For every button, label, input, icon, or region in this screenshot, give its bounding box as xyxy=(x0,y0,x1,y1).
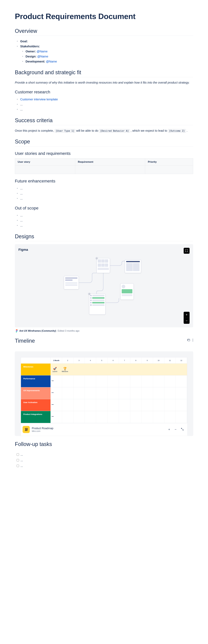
roadmap-row-label: Product Integrations xyxy=(21,411,51,423)
milestone-trophy: 🏆Milestone xyxy=(62,367,68,372)
roadmap-row: Milestones🚀Launch🏆Milestone xyxy=(21,364,187,376)
column-priority: Priority xyxy=(145,158,193,166)
heading-user-stories: User stories and requirements xyxy=(15,151,193,156)
miro-embed[interactable]: 1 Month23456789101112 Milestones🚀Launch🏆… xyxy=(15,352,193,436)
task-checkbox[interactable] xyxy=(17,465,19,467)
list-item: Goal: xyxy=(20,39,193,44)
label-goal: Goal: xyxy=(20,40,28,43)
month-label: 10 xyxy=(153,358,164,364)
table-user-stories: User story Requirement Priority xyxy=(15,158,193,174)
miro-zoom-in-button[interactable]: + xyxy=(168,428,170,432)
month-label: 11 xyxy=(164,358,176,364)
bar-handle[interactable] xyxy=(52,381,54,382)
task-item: ... xyxy=(15,463,193,469)
list-item: ... xyxy=(20,102,193,107)
task-checkbox[interactable] xyxy=(17,459,19,462)
month-label: 8 xyxy=(130,358,142,364)
hint-background: Provide a short summary of why this init… xyxy=(15,80,193,85)
figma-embed[interactable]: Figma 1 xyxy=(15,244,193,327)
heading-background: Background and strategic fit xyxy=(15,69,193,77)
heading-out-of-scope: Out of scope xyxy=(15,206,193,210)
figma-file-name[interactable]: Ant UX Wireframes (Community) xyxy=(19,330,56,332)
roadmap-row-label: Performance xyxy=(21,376,51,387)
miro-board-title[interactable]: Product Roadmap xyxy=(32,427,53,430)
heading-designs: Designs xyxy=(15,233,193,241)
roadmap-track xyxy=(51,387,187,399)
task-checkbox[interactable] xyxy=(17,454,19,456)
month-label: 6 xyxy=(108,358,119,364)
milestone-launch: 🚀Launch xyxy=(53,367,57,372)
heading-timeline: Timeline xyxy=(15,338,187,346)
roadmap-row: Product Integrations xyxy=(21,411,187,423)
label-stakeholders: Stakeholders: xyxy=(20,45,40,48)
zoom-controls: + − xyxy=(184,312,189,324)
list-item: Design: @Name xyxy=(26,54,193,59)
task-item: ... xyxy=(15,458,193,463)
month-label: 12 xyxy=(176,358,187,364)
svg-point-3 xyxy=(192,339,193,339)
roadmap-track xyxy=(51,411,187,423)
wireframe-card: 1 xyxy=(97,258,110,273)
task-item: ... xyxy=(15,452,193,458)
list-item: ... xyxy=(20,191,193,196)
expand-button[interactable] xyxy=(184,248,189,254)
paragraph-success: Once this project is complete, [User Typ… xyxy=(15,128,193,133)
svg-point-4 xyxy=(192,340,193,340)
heading-customer-research: Customer research xyxy=(15,90,193,94)
miro-source: Miro.com xyxy=(32,430,53,432)
link-customer-interview-template[interactable]: Customer interview template xyxy=(20,98,58,101)
list-item: Customer interview template xyxy=(20,97,193,102)
figma-icon xyxy=(16,330,18,332)
list-item: ... xyxy=(20,223,193,228)
roadmap-row-label: Milestones xyxy=(21,364,51,375)
svg-rect-2 xyxy=(188,339,190,341)
miro-expand-button[interactable] xyxy=(181,428,184,432)
miro-zoom-out-button[interactable]: − xyxy=(174,428,176,432)
list-item: ... xyxy=(20,213,193,218)
heading-success-criteria: Success criteria xyxy=(15,117,193,125)
heading-future-enhancements: Future enhancements xyxy=(15,179,193,184)
bar-handle[interactable] xyxy=(52,416,54,418)
zoom-in-button[interactable]: + xyxy=(184,312,189,318)
more-button[interactable] xyxy=(192,339,193,342)
month-label: 2 xyxy=(62,358,74,364)
column-user-story: User story xyxy=(15,158,75,166)
column-requirement: Requirement xyxy=(75,158,145,166)
mention-design[interactable]: @Name xyxy=(37,55,48,58)
roadmap-row: User Activation xyxy=(21,399,187,411)
roadmap-row-label: UX Improvements xyxy=(21,387,51,399)
roadmap-row: UX Improvements xyxy=(21,387,187,399)
month-label: 3 xyxy=(73,358,85,364)
month-label: 7 xyxy=(119,358,130,364)
month-label: 5 xyxy=(96,358,108,364)
heading-scope: Scope xyxy=(15,138,193,146)
list-item: Stakeholders: Owner: @Name Design: @Name… xyxy=(20,44,193,64)
svg-point-5 xyxy=(192,341,193,342)
miro-icon xyxy=(23,426,30,433)
mention-owner[interactable]: @Name xyxy=(37,50,48,53)
bar-handle[interactable] xyxy=(52,404,54,406)
list-item: Owner: @Name xyxy=(26,49,193,54)
wireframe-card: 2 xyxy=(89,294,105,314)
figma-title: Figma xyxy=(19,248,28,252)
roadmap-track xyxy=(51,376,187,387)
list-item: Development: @Name xyxy=(26,59,193,64)
rocket-icon: 🚀 xyxy=(53,367,57,370)
table-row xyxy=(15,166,193,174)
page-title: Product Requirements Document xyxy=(15,12,193,21)
mention-development[interactable]: @Name xyxy=(46,60,57,63)
comment-icon xyxy=(187,339,190,342)
code-user-type: [User Type 1] xyxy=(55,129,75,133)
comment-button[interactable] xyxy=(187,339,190,342)
roadmap-track xyxy=(51,399,187,411)
expand-icon xyxy=(181,428,184,430)
zoom-out-button[interactable]: − xyxy=(184,318,189,324)
bar-handle[interactable] xyxy=(52,392,54,394)
heading-follow-up-tasks: Follow-up tasks xyxy=(15,441,193,449)
list-item: ... xyxy=(20,218,193,223)
list-item: ... xyxy=(20,196,193,201)
figma-file-meta: Edited 3 months ago xyxy=(58,330,80,332)
expand-icon xyxy=(185,250,188,252)
wireframe-canvas: 1 2 xyxy=(62,258,146,314)
roadmap-track: 🚀Launch🏆Milestone xyxy=(51,364,187,375)
